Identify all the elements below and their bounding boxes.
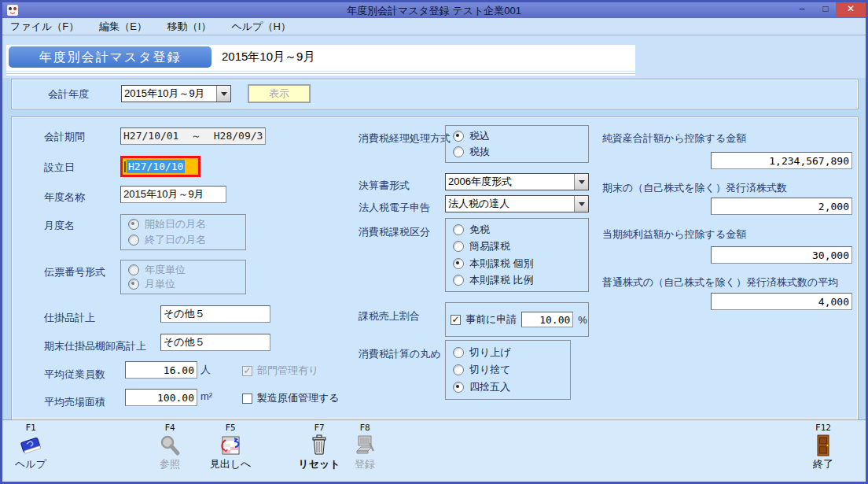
radio-yearly-unit-label: 年度単位 — [145, 263, 186, 277]
year-name-input[interactable] — [120, 186, 226, 203]
net-income-deduction-input[interactable] — [711, 246, 852, 264]
avg-common-shares-input[interactable] — [711, 293, 852, 310]
fkey-label: F12 — [798, 423, 848, 433]
wip-inventory-input[interactable] — [160, 334, 270, 351]
menubar: ファイル（F） 編集（E） 移動（I） ヘルプ（H） — [2, 18, 866, 35]
radio-start-month — [128, 219, 139, 230]
radio-end-month-label: 終了日の月名 — [145, 233, 206, 247]
avg-common-shares-label: 普通株式の（自己株式を除く）発行済株式数の平均 — [602, 275, 838, 290]
prior-application-label: 事前に申請 — [465, 312, 517, 327]
menu-item-help[interactable]: ヘルプ（H） — [231, 20, 290, 34]
avg-employees-label: 平均従業員数 — [44, 368, 105, 382]
toolbar-button-register: F8 登録 — [340, 423, 389, 471]
toolbar-button-help[interactable]: F1 ヘルプ — [7, 423, 54, 471]
radio-general-proportional[interactable] — [453, 275, 464, 286]
chevron-down-icon[interactable] — [574, 174, 588, 190]
radio-row-round-down: 切り捨て — [453, 363, 567, 377]
radio-yearly-unit — [128, 264, 139, 275]
avg-area-unit: m² — [200, 390, 212, 402]
toolbar-button-label: 参照 — [146, 457, 193, 471]
statement-format-select[interactable]: 2006年度形式 — [445, 173, 589, 190]
radio-round-half[interactable] — [453, 382, 464, 393]
radio-row-round-half: 四捨五入 — [453, 380, 567, 394]
avg-area-input[interactable] — [125, 389, 197, 406]
radio-general-individual-label: 本則課税 個別 — [469, 257, 534, 271]
fiscal-year-panel: 会計年度 2015年10月～9月 表示 — [11, 79, 859, 109]
toolbar-button-reset[interactable]: F7 リセット — [295, 423, 344, 471]
accounting-period-field — [120, 127, 266, 145]
radio-round-down-label: 切り捨て — [469, 363, 511, 377]
radio-tax-included[interactable] — [453, 131, 464, 142]
radio-round-up[interactable] — [453, 347, 464, 358]
page-title: 年度別会計マスタ登録 — [9, 46, 211, 68]
maximize-button[interactable]: □ — [815, 2, 836, 17]
mfg-cost-checkbox[interactable] — [242, 393, 252, 404]
tax-category-label: 消費税課税区分 — [359, 225, 430, 239]
chevron-down-icon[interactable] — [574, 196, 588, 212]
menu-item-move[interactable]: 移動（I） — [167, 20, 211, 34]
month-name-label: 月度名 — [44, 219, 75, 233]
etax-select[interactable]: 法人税の達人 — [445, 195, 589, 212]
radio-round-down[interactable] — [453, 364, 464, 375]
avg-employees-input[interactable] — [125, 361, 197, 379]
establishment-date-field[interactable]: H27/10/10 — [120, 156, 200, 177]
minimize-button[interactable]: – — [792, 2, 812, 17]
radio-row-exempt: 免税 — [453, 223, 585, 237]
etax-label: 法人税電子申告 — [359, 201, 430, 215]
fiscal-year-label: 会計年度 — [48, 87, 89, 102]
radio-row-start-month: 開始日の月名 — [128, 217, 242, 231]
net-income-deduction-label: 当期純利益額から控除する金額 — [602, 227, 746, 242]
radio-simplified-tax[interactable] — [453, 241, 464, 252]
menu-item-edit[interactable]: 編集（E） — [99, 20, 147, 34]
shares-outstanding-input[interactable] — [711, 198, 852, 215]
establishment-date-label: 設立日 — [44, 161, 75, 175]
radio-row-end-month: 終了日の月名 — [128, 233, 242, 247]
statement-format-value: 2006年度形式 — [446, 174, 574, 190]
fiscal-year-select[interactable]: 2015年10月～9月 — [121, 85, 231, 102]
toolbar-button-label: 見出しへ — [204, 457, 257, 471]
prior-application-checkbox[interactable] — [451, 315, 461, 325]
fkey-label: F7 — [295, 423, 344, 433]
rounding-group: 切り上げ 切り捨て 四捨五入 — [445, 340, 571, 400]
taxable-ratio-input[interactable] — [521, 312, 573, 327]
toolbar-button-browse: F4 参照 — [146, 423, 193, 471]
radio-row-yearly: 年度単位 — [128, 263, 242, 277]
app-window: 年度別会計マスタ登録 テスト企業001 – □ ✕ ファイル（F） 編集（E） … — [0, 0, 868, 484]
door-icon — [811, 434, 835, 457]
avg-area-label: 平均売場面積 — [44, 395, 105, 409]
radio-monthly-unit-label: 月単位 — [145, 277, 175, 291]
statement-format-label: 決算書形式 — [359, 179, 410, 193]
year-name-label: 年度名称 — [44, 190, 85, 205]
chevron-down-icon[interactable] — [216, 86, 230, 102]
close-button[interactable]: ✕ — [836, 2, 866, 17]
dept-mgmt-checkbox — [242, 366, 252, 376]
fiscal-year-value: 2015年10月～9月 — [122, 86, 216, 102]
fkey-label: F8 — [340, 423, 389, 433]
taxable-ratio-unit: % — [578, 314, 587, 326]
accounting-period-label: 会計期間 — [44, 130, 85, 144]
toolbar-button-label: ヘルプ — [7, 457, 54, 471]
toolbar-button-heading[interactable]: F5 見出しへ — [204, 423, 257, 471]
toolbar-button-exit[interactable]: F12 終了 — [798, 423, 848, 471]
rounding-label: 消費税計算の丸め — [359, 347, 441, 361]
search-icon — [158, 434, 182, 457]
radio-general-individual[interactable] — [453, 258, 464, 269]
net-assets-deduction-input[interactable] — [711, 152, 852, 169]
radio-tax-exempt[interactable] — [453, 224, 464, 235]
radio-round-half-label: 四捨五入 — [469, 380, 510, 394]
radio-row-general-proportional: 本則課税 比例 — [453, 273, 585, 287]
header-period-text: 2015年10月～9月 — [222, 50, 314, 65]
radio-tax-excluded[interactable] — [453, 146, 464, 157]
toolbar-button-label: 登録 — [340, 457, 389, 471]
menu-item-file[interactable]: ファイル（F） — [10, 20, 79, 34]
etax-value: 法人税の達人 — [446, 196, 574, 212]
radio-row-round-up: 切り上げ — [453, 345, 567, 360]
month-name-group: 開始日の月名 終了日の月名 — [120, 214, 246, 250]
radio-monthly-unit — [128, 279, 139, 290]
wip-input[interactable] — [160, 305, 270, 323]
header-stripes — [6, 69, 635, 76]
taxable-ratio-group: 事前に申請 % — [445, 302, 589, 337]
radio-row-simplified: 簡易課税 — [453, 239, 585, 253]
tax-method-group: 税込 税抜 — [445, 125, 589, 163]
dept-mgmt-row: 部門管理有り — [242, 364, 318, 378]
